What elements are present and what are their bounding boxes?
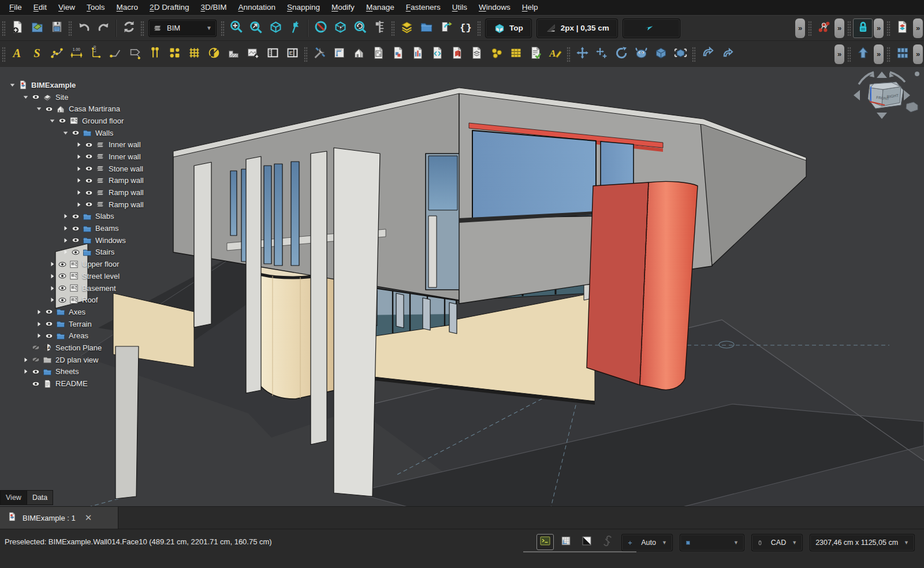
tree-row-site[interactable]: Site [3,91,144,103]
doc-plan-button[interactable] [368,44,388,64]
menu-snapping[interactable]: Snapping [281,0,326,15]
link-toggle[interactable] [599,534,616,550]
tree-row-axes[interactable]: Axes [3,306,144,318]
expand-icon[interactable] [48,297,57,303]
expand-icon[interactable] [35,309,43,315]
menu-file[interactable]: File [3,0,28,15]
visibility-on-icon[interactable] [57,271,68,281]
menu-tools[interactable]: Tools [81,0,111,15]
tree-row-ground-floor[interactable]: Ground floor [3,115,144,127]
tree-row-street-level[interactable]: Street level [3,270,144,282]
pins-button[interactable] [145,44,165,64]
tab-view[interactable]: View [0,490,27,505]
toolbar-grip[interactable] [391,21,395,36]
toolbar-grip[interactable] [221,21,225,36]
ordinate-button[interactable]: 1.00 [86,44,106,64]
toolbar-grip[interactable] [477,21,481,36]
tree-row-2d-plan-view[interactable]: 2D plan view [3,354,144,366]
pushpull-button[interactable] [698,44,717,64]
tree-row-slabs[interactable]: Slabs [3,211,144,223]
expression-button[interactable]: {} [456,18,475,38]
tree-row-upper-floor[interactable]: Upper floor [3,258,144,270]
hatch-button[interactable] [223,44,243,64]
expand-icon[interactable] [21,357,30,363]
image-attach-button[interactable] [243,44,263,64]
zoom-dynamic-button[interactable] [246,18,266,38]
collapse-icon[interactable] [48,118,57,124]
regen-button[interactable] [119,18,139,38]
visibility-on-icon[interactable] [83,140,94,150]
copy-move-button[interactable] [592,44,612,64]
polyline-button[interactable] [106,44,125,64]
zoom-extents-button[interactable] [226,18,246,38]
visibility-on-icon[interactable] [70,128,81,137]
visibility-on-icon[interactable] [57,260,68,269]
doc-code-button[interactable] [427,44,447,64]
visibility-on-icon[interactable] [57,283,68,293]
toolbar-overflow-button[interactable]: » [834,18,844,38]
viewport-button[interactable] [263,44,282,64]
toolbar-grip[interactable] [886,21,891,36]
no-selection-button[interactable] [311,18,330,38]
expand-icon[interactable] [61,213,70,219]
tree-row-sheets[interactable]: Sheets [3,366,144,378]
menu-windows[interactable]: Windows [473,0,516,15]
expand-icon[interactable] [74,201,83,208]
grid-hatch-button[interactable] [184,44,204,64]
drawing-mode-toggle[interactable] [578,534,595,550]
doc-layers-button[interactable] [467,44,486,64]
lineweight-button[interactable]: 2px | 0,35 cm [536,18,618,38]
terminal-toggle[interactable] [536,534,554,550]
save-button[interactable] [47,18,66,38]
tree-row-windows[interactable]: Windows [3,234,144,246]
toolbar-grip[interactable] [2,47,6,62]
pushpull-alt-button[interactable] [717,44,737,64]
visibility-on-icon[interactable] [70,212,81,221]
raise-button[interactable] [853,44,873,64]
tree-row-inner-wall[interactable]: Inner wall [3,151,144,163]
visibility-on-icon[interactable] [83,164,94,173]
tree-row-areas[interactable]: Areas [3,330,144,342]
expand-icon[interactable] [48,285,57,292]
toolbar-grip[interactable] [2,21,6,36]
visibility-on-icon[interactable] [83,152,94,161]
structure-button[interactable] [814,18,833,38]
expand-icon[interactable] [48,273,57,279]
toolbar-overflow-button[interactable]: » [795,18,805,38]
menu-view[interactable]: View [53,0,81,15]
visibility-on-icon[interactable] [83,200,94,209]
close-icon[interactable]: ✕ [85,513,92,523]
tree-row-readme[interactable]: README [3,378,144,390]
redo-button[interactable] [94,18,113,38]
doc-chart-button[interactable] [408,44,427,64]
expand-icon[interactable] [61,225,70,231]
collapse-icon[interactable] [35,106,43,112]
tree-row-stone-wall[interactable]: Stone wall [3,163,144,175]
section-symbol-button[interactable] [204,44,223,64]
expand-icon[interactable] [74,177,83,184]
redline-button[interactable] [285,18,305,38]
expand-icon[interactable] [21,368,30,375]
expand-icon[interactable] [74,189,83,196]
collapse-icon[interactable] [61,130,70,136]
collapse-icon[interactable] [21,94,30,100]
annotate-button[interactable]: A [545,44,565,64]
drawing-size-dropdown[interactable]: 2307,46 cm x 1125,05 cm ▼ [810,534,915,551]
expand-icon[interactable] [35,321,43,327]
export-button[interactable] [436,18,456,38]
menu-modify[interactable]: Modify [326,0,360,15]
visibility-off-icon[interactable] [30,343,41,352]
select-solid-button[interactable] [330,18,350,38]
tree-row-casa-martirana[interactable]: Casa Martirana [3,103,144,115]
toolbar-overflow-button[interactable]: » [834,44,844,64]
viewport-canvas[interactable]: FRONT RIGHT BIMExampleSiteCasa Martirana… [0,67,924,506]
toolbar-grip[interactable] [304,47,308,62]
view-cube[interactable]: FRONT RIGHT [854,72,919,119]
audit-button[interactable] [526,44,545,64]
tree-row-walls[interactable]: Walls [3,127,144,139]
toolbar-overflow-button[interactable]: » [874,44,884,64]
tree-row-basement[interactable]: Basement [3,282,144,294]
dimension-button[interactable]: 1.00 [66,44,86,64]
expand-icon[interactable] [61,249,70,255]
tools-button[interactable] [310,44,329,64]
